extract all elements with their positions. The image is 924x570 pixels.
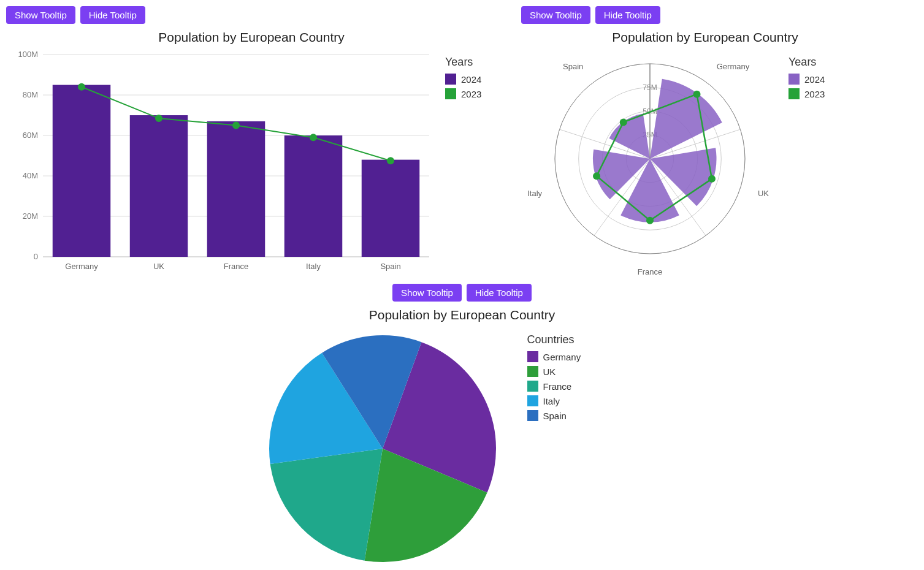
polar-chart-title: Population by European Country — [521, 30, 889, 45]
legend-label: 2023 — [461, 89, 481, 99]
legend-swatch — [445, 88, 456, 99]
svg-text:60M: 60M — [23, 131, 38, 140]
pie-chart-button-row: Show Tooltip Hide Tooltip — [248, 284, 677, 302]
legend-item-germany[interactable]: Germany — [527, 351, 581, 362]
svg-rect-16 — [207, 121, 265, 257]
svg-text:0: 0 — [34, 252, 38, 261]
polar-chart-button-row: Show Tooltip Hide Tooltip — [521, 6, 889, 24]
svg-text:UK: UK — [758, 189, 769, 198]
svg-text:100M: 100M — [18, 50, 38, 59]
legend-title: Years — [788, 56, 825, 69]
legend-item-uk[interactable]: UK — [527, 366, 581, 377]
legend-item-spain[interactable]: Spain — [527, 410, 581, 421]
polar-chart-legend: Years 2024 2023 — [779, 48, 825, 103]
hide-tooltip-button[interactable]: Hide Tooltip — [80, 6, 145, 24]
svg-text:Germany: Germany — [717, 62, 750, 71]
bar-chart-button-row: Show Tooltip Hide Tooltip — [6, 6, 497, 24]
legend-label: France — [543, 381, 572, 392]
legend-swatch — [788, 88, 800, 99]
svg-point-23 — [155, 115, 162, 122]
svg-text:France: France — [638, 267, 662, 275]
hide-tooltip-button[interactable]: Hide Tooltip — [467, 284, 532, 302]
legend-swatch — [527, 381, 538, 392]
svg-point-22 — [78, 83, 85, 91]
legend-item-2024[interactable]: 2024 — [788, 74, 825, 85]
legend-swatch — [445, 74, 456, 85]
svg-point-46 — [693, 91, 701, 98]
svg-rect-12 — [53, 85, 111, 257]
svg-text:Spain: Spain — [563, 62, 583, 71]
legend-item-2023[interactable]: 2023 — [788, 88, 825, 99]
polar-chart-plot: 25M50M75MGermanyUKFranceItalySpain — [521, 48, 779, 278]
legend-label: UK — [543, 367, 556, 377]
svg-text:France: France — [224, 262, 248, 271]
legend-label: Germany — [543, 352, 581, 362]
legend-title: Years — [445, 56, 481, 69]
svg-text:20M: 20M — [23, 211, 38, 221]
legend-swatch — [788, 74, 800, 85]
legend-label: 2024 — [461, 74, 481, 85]
legend-swatch — [527, 366, 538, 377]
pie-chart-title: Population by European Country — [248, 308, 677, 322]
pie-chart-plot — [248, 326, 517, 570]
svg-text:Germany: Germany — [65, 262, 98, 271]
svg-point-48 — [646, 217, 654, 224]
svg-rect-14 — [130, 115, 188, 257]
legend-label: Italy — [543, 396, 560, 406]
legend-label: Spain — [543, 411, 567, 421]
pie-chart-legend: Countries GermanyUKFranceItalySpain — [517, 326, 581, 425]
svg-text:40M: 40M — [23, 171, 38, 180]
hide-tooltip-button[interactable]: Hide Tooltip — [595, 6, 660, 24]
bar-chart-legend: Years 2024 2023 — [435, 48, 481, 103]
show-tooltip-button[interactable]: Show Tooltip — [521, 6, 590, 24]
svg-point-25 — [310, 134, 317, 141]
legend-title: Countries — [527, 333, 581, 346]
svg-point-47 — [708, 175, 716, 183]
svg-text:Italy: Italy — [527, 189, 542, 198]
svg-point-49 — [593, 172, 600, 180]
legend-swatch — [527, 351, 538, 362]
legend-item-2023[interactable]: 2023 — [445, 88, 481, 99]
svg-text:Italy: Italy — [306, 262, 321, 271]
show-tooltip-button[interactable]: Show Tooltip — [6, 6, 75, 24]
legend-label: 2023 — [804, 89, 825, 99]
svg-point-24 — [232, 122, 240, 129]
svg-rect-20 — [362, 160, 420, 257]
polar-chart-panel: Show Tooltip Hide Tooltip Population by … — [521, 6, 889, 278]
bar-chart-panel: Show Tooltip Hide Tooltip Population by … — [6, 6, 497, 278]
legend-swatch — [527, 410, 538, 421]
pie-chart-panel: Show Tooltip Hide Tooltip Population by … — [248, 284, 677, 570]
legend-swatch — [527, 395, 538, 406]
legend-item-2024[interactable]: 2024 — [445, 74, 481, 85]
bar-chart-title: Population by European Country — [6, 30, 497, 45]
svg-point-26 — [387, 157, 394, 164]
legend-item-italy[interactable]: Italy — [527, 395, 581, 406]
bar-chart-plot: 020M40M60M80M100MGermanyUKFranceItalySpa… — [6, 48, 435, 278]
legend-label: 2024 — [804, 74, 825, 85]
svg-rect-18 — [284, 135, 343, 257]
svg-text:UK: UK — [153, 262, 164, 271]
show-tooltip-button[interactable]: Show Tooltip — [392, 284, 462, 302]
svg-text:80M: 80M — [23, 90, 38, 99]
svg-point-50 — [620, 118, 627, 126]
svg-text:75M: 75M — [643, 83, 657, 92]
svg-text:Spain: Spain — [380, 262, 400, 271]
legend-item-france[interactable]: France — [527, 381, 581, 392]
